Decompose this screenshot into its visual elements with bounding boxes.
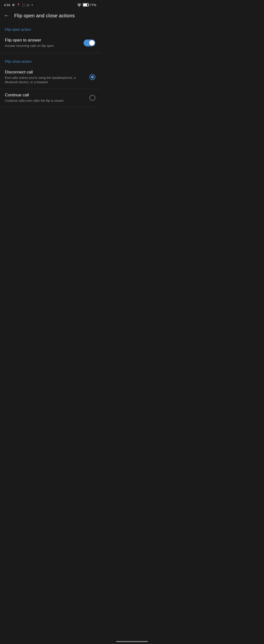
dot-icon: •	[32, 3, 33, 7]
status-left: 4:34 ⚙ 📍 ⬚ ▷ •	[4, 3, 33, 7]
screen-icon: ⬚	[22, 3, 25, 7]
flip-open-toggle-slider	[84, 40, 95, 46]
flip-open-section: Flip open action Flip open to answer Ans…	[0, 22, 100, 52]
flip-open-to-answer-title: Flip open to answer	[5, 38, 80, 43]
status-time: 4:34	[4, 3, 10, 7]
settings-content: Flip open action Flip open to answer Ans…	[0, 22, 100, 107]
continue-call-radio[interactable]	[89, 95, 95, 101]
status-right: 77%	[77, 3, 96, 7]
disconnect-call-title: Disconnect call	[5, 70, 86, 75]
battery-container: 77%	[83, 3, 96, 7]
status-bar: 4:34 ⚙ 📍 ⬚ ▷ • 77%	[0, 0, 100, 9]
flip-open-section-header: Flip open action	[0, 22, 100, 34]
continue-call-subtitle: Continue calls even after the flip is cl…	[5, 98, 86, 103]
battery-icon	[83, 3, 89, 6]
svg-rect-2	[88, 4, 89, 6]
flip-close-section-header: Flip close action	[0, 54, 100, 66]
flip-open-toggle[interactable]	[84, 40, 95, 46]
continue-call-text: Continue call Continue calls even after …	[5, 93, 89, 103]
flip-close-section: Flip close action Disconnect call End ca…	[0, 54, 100, 107]
wifi-icon	[77, 3, 81, 6]
flip-open-to-answer-text: Flip open to answer Answer incoming call…	[5, 38, 84, 48]
section-divider-1	[0, 53, 100, 54]
page-title: Flip open and close actions	[14, 13, 75, 18]
disconnect-call-subtitle: End calls unless you're using the speake…	[5, 76, 86, 84]
location-icon: 📍	[17, 4, 20, 6]
continue-call-title: Continue call	[5, 93, 86, 98]
back-button[interactable]: ←	[4, 12, 9, 19]
flip-open-to-answer-subtitle: Answer incoming calls on flip open	[5, 44, 80, 48]
continue-call-item[interactable]: Continue call Continue calls even after …	[0, 89, 100, 107]
battery-percent: 77%	[90, 3, 96, 7]
gear-icon: ⚙	[12, 3, 15, 7]
play-icon: ▷	[27, 3, 30, 7]
svg-rect-1	[83, 4, 87, 6]
top-navigation-bar: ← Flip open and close actions	[0, 9, 100, 22]
disconnect-call-text: Disconnect call End calls unless you're …	[5, 70, 89, 84]
flip-open-to-answer-item[interactable]: Flip open to answer Answer incoming call…	[0, 34, 100, 52]
disconnect-call-item[interactable]: Disconnect call End calls unless you're …	[0, 66, 100, 88]
disconnect-call-radio[interactable]	[89, 74, 95, 80]
